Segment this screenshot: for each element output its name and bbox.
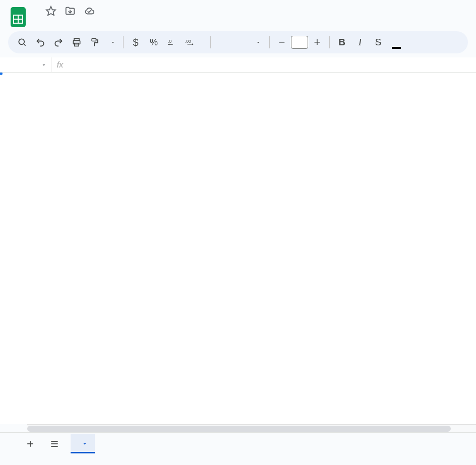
menu-view[interactable] <box>53 20 62 24</box>
grid-area <box>0 73 476 424</box>
formula-bar-row: fx <box>0 57 476 73</box>
print-icon[interactable] <box>69 34 85 50</box>
zoom-select[interactable] <box>105 34 119 50</box>
font-size-input[interactable] <box>291 36 308 49</box>
currency-icon[interactable]: $ <box>128 34 144 50</box>
chevron-down-icon <box>110 39 116 45</box>
toolbar: $ % .0 .00 − + B I S <box>8 31 468 53</box>
move-icon[interactable] <box>65 6 76 17</box>
search-icon[interactable] <box>14 34 30 50</box>
chevron-down-icon[interactable] <box>82 441 88 447</box>
font-size-group: − + <box>274 34 325 50</box>
svg-rect-10 <box>92 39 96 41</box>
svg-line-6 <box>24 44 26 46</box>
add-sheet-icon[interactable] <box>22 436 38 452</box>
toolbar-container: $ % .0 .00 − + B I S <box>0 27 476 57</box>
svg-text:.00: .00 <box>185 39 191 44</box>
menu-edit[interactable] <box>43 20 51 24</box>
undo-icon[interactable] <box>32 34 48 50</box>
redo-icon[interactable] <box>50 34 67 50</box>
horizontal-scrollbar[interactable] <box>27 424 476 432</box>
svg-marker-4 <box>46 7 55 15</box>
sheet-tabs-bar <box>0 432 476 454</box>
separator <box>269 36 270 48</box>
formula-input[interactable] <box>69 60 476 70</box>
increase-font-size-icon[interactable]: + <box>309 34 325 50</box>
separator <box>329 36 330 48</box>
paint-format-icon[interactable] <box>87 34 103 50</box>
menu-insert[interactable] <box>64 20 72 24</box>
fill-handle-icon[interactable] <box>0 73 3 76</box>
scrollbar-thumb[interactable] <box>27 426 451 432</box>
decrease-font-size-icon[interactable]: − <box>274 34 290 50</box>
svg-point-5 <box>19 39 24 44</box>
chevron-down-icon <box>41 62 47 68</box>
bold-icon[interactable]: B <box>334 34 350 50</box>
separator <box>210 36 211 48</box>
menu-file[interactable] <box>33 20 41 24</box>
menu-bar <box>33 18 468 26</box>
italic-icon[interactable]: I <box>352 34 368 50</box>
percent-icon[interactable]: % <box>146 34 162 50</box>
all-sheets-icon[interactable] <box>46 436 63 452</box>
increase-decimal-icon[interactable]: .00 <box>182 34 198 50</box>
sheet-tab[interactable] <box>71 434 95 453</box>
menu-extensions[interactable] <box>104 20 112 24</box>
menu-format[interactable] <box>74 20 82 24</box>
star-icon[interactable] <box>45 6 56 17</box>
sheets-logo-icon[interactable] <box>8 7 28 27</box>
separator <box>123 36 124 48</box>
chevron-down-icon <box>255 39 261 45</box>
menu-data[interactable] <box>84 20 92 24</box>
menu-help[interactable] <box>114 20 122 24</box>
strikethrough-icon[interactable]: S <box>370 34 386 50</box>
font-select[interactable] <box>215 35 265 50</box>
svg-text:.0: .0 <box>168 39 172 44</box>
title-area <box>33 4 468 26</box>
decrease-decimal-icon[interactable]: .0 <box>164 34 180 50</box>
app-header <box>0 0 476 27</box>
text-color-icon[interactable] <box>388 34 404 50</box>
name-box[interactable] <box>0 57 51 72</box>
document-title[interactable] <box>33 10 39 12</box>
menu-tools[interactable] <box>94 20 102 24</box>
cloud-status-icon[interactable] <box>84 6 95 17</box>
fx-icon: fx <box>51 60 69 70</box>
active-cell-outline <box>0 73 2 75</box>
